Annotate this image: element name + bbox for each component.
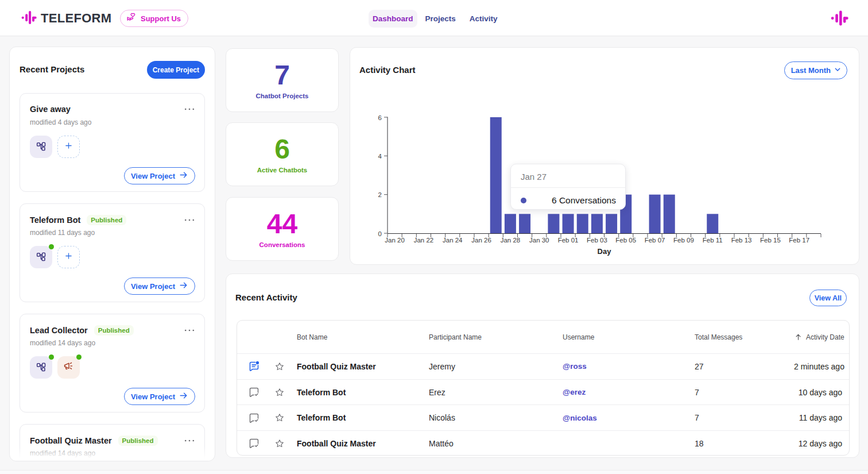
activity-chart-panel: Activity Chart Last Month 0246Jan 20Jan … (350, 47, 859, 265)
project-modified-date: modified 4 days ago (30, 118, 91, 126)
svg-text:Feb 15: Feb 15 (760, 237, 781, 244)
project-menu-ellipsis-icon[interactable] (184, 215, 195, 225)
column-header-username[interactable]: Username (563, 333, 695, 341)
chatbot-tile[interactable] (30, 246, 52, 268)
support-us-label: Support Us (141, 14, 181, 23)
cell-bot-name: Teleform Bot (297, 413, 429, 422)
cell-bot-name: Teleform Bot (297, 388, 429, 397)
top-navigation-bar: TELEFORM Support Us DashboardProjectsAct… (0, 0, 868, 36)
svg-text:6: 6 (378, 114, 382, 121)
brand-name: TELEFORM (41, 11, 111, 26)
support-us-button[interactable]: Support Us (120, 10, 188, 27)
cell-username[interactable]: @erez (563, 388, 695, 396)
project-modified-date: modified 11 days ago (30, 229, 95, 237)
view-all-button[interactable]: View All (809, 290, 847, 306)
activity-row[interactable]: Teleform BotNicolás@nicolas711 days ago (237, 404, 849, 430)
chatbot-tile[interactable] (57, 356, 80, 379)
scrollbar-track (0, 470, 868, 474)
view-project-label: View Project (131, 172, 175, 180)
brand[interactable]: TELEFORM (21, 8, 111, 29)
svg-text:Jan 24: Jan 24 (443, 237, 463, 244)
activity-bar-chart: 0246Jan 20Jan 22Jan 24Jan 26Jan 28Jan 30… (350, 48, 860, 265)
column-header-total-messages[interactable]: Total Messages (695, 333, 794, 341)
activity-row[interactable]: Teleform BotErez@erez710 days ago (237, 379, 849, 405)
project-chatbot-tiles (30, 356, 80, 379)
cell-activity-date: 12 days ago (794, 439, 849, 448)
stat-card-active-chatbots: 6Active Chatbots (226, 122, 339, 186)
project-card: Give awaymodified 4 days agoView Project (20, 93, 205, 192)
tooltip-series-marker (521, 198, 526, 203)
cell-username[interactable]: @ross (563, 362, 695, 371)
create-project-button[interactable]: Create Project (147, 61, 205, 79)
project-card: Football Quiz MasterPublishedmodified 14… (20, 424, 205, 461)
svg-text:Day: Day (598, 247, 612, 256)
project-card-header: Football Quiz MasterPublished (30, 436, 195, 446)
nav-item-activity[interactable]: Activity (470, 10, 498, 28)
main-nav: DashboardProjectsActivity (369, 9, 498, 28)
add-chatbot-button[interactable] (57, 136, 80, 158)
svg-text:0: 0 (378, 230, 382, 237)
activity-row[interactable]: Football Quiz MasterMattéo1812 days ago (237, 430, 849, 456)
cell-total-messages: 7 (695, 413, 794, 422)
nav-item-projects[interactable]: Projects (425, 10, 456, 28)
activity-table: Bot NameParticipant NameUsernameTotal Me… (237, 320, 850, 456)
favorite-star-icon[interactable] (270, 387, 297, 398)
read-message-icon (237, 437, 270, 449)
view-project-button[interactable]: View Project (124, 388, 195, 405)
project-menu-ellipsis-icon[interactable] (184, 105, 195, 114)
workflow-icon (35, 360, 47, 375)
stat-card-conversations: 44Conversations (226, 197, 339, 261)
stat-value: 6 (274, 135, 290, 164)
workflow-icon (35, 250, 47, 264)
arrow-right-icon (179, 170, 188, 182)
project-chatbot-tiles (30, 136, 80, 158)
add-chatbot-button[interactable] (57, 246, 80, 268)
tooltip-divider (511, 187, 625, 188)
nav-item-dashboard[interactable]: Dashboard (369, 10, 417, 28)
recent-activity-panel: Recent Activity View All Bot NamePartici… (226, 273, 859, 458)
published-badge: Published (94, 325, 134, 336)
project-modified-date: modified 14 days ago (30, 449, 95, 457)
column-header-bot-name[interactable]: Bot Name (297, 333, 429, 341)
stat-card-chatbot-projects: 7Chatbot Projects (226, 48, 339, 112)
cell-participant-name: Jeremy (429, 362, 563, 371)
svg-text:Feb 01: Feb 01 (558, 237, 579, 244)
favorite-star-icon[interactable] (270, 438, 297, 449)
activity-date-label: Activity Date (806, 333, 844, 341)
stat-label: Chatbot Projects (255, 93, 308, 99)
cell-username[interactable]: @nicolas (563, 414, 695, 422)
published-badge: Published (87, 215, 126, 225)
svg-text:Feb 05: Feb 05 (615, 237, 636, 244)
project-title: Give away (30, 105, 71, 114)
view-project-button[interactable]: View Project (124, 167, 195, 184)
svg-text:2: 2 (378, 191, 382, 198)
column-header-activity-date[interactable]: Activity Date (794, 333, 850, 341)
column-header-participant-name[interactable]: Participant Name (429, 333, 563, 341)
arrow-right-icon (179, 391, 188, 402)
project-menu-ellipsis-icon[interactable] (184, 436, 195, 445)
table-header-row: Bot NameParticipant NameUsernameTotal Me… (237, 321, 849, 353)
svg-text:Feb 03: Feb 03 (587, 237, 607, 244)
read-message-icon (237, 412, 270, 424)
plus-icon (64, 251, 73, 263)
chatbot-tile[interactable] (30, 136, 52, 158)
favorite-star-icon[interactable] (270, 413, 297, 423)
svg-text:Jan 30: Jan 30 (529, 237, 549, 244)
favorite-star-icon[interactable] (270, 361, 297, 372)
svg-text:4: 4 (378, 153, 382, 160)
project-chatbot-tiles (30, 246, 80, 268)
project-menu-ellipsis-icon[interactable] (184, 326, 195, 335)
stat-value: 7 (274, 61, 290, 90)
activity-row[interactable]: Football Quiz MasterJeremy@ross272 minut… (237, 353, 849, 379)
project-card-header: Give away (30, 105, 195, 114)
stat-label: Active Chatbots (257, 167, 308, 174)
project-card: Lead CollectorPublishedmodified 14 days … (20, 314, 205, 413)
active-status-dot (49, 244, 54, 249)
svg-text:Jan 20: Jan 20 (385, 237, 405, 244)
view-project-button[interactable]: View Project (124, 278, 195, 295)
cell-participant-name: Mattéo (429, 439, 563, 448)
active-status-dot (76, 354, 82, 360)
active-status-dot (49, 354, 54, 360)
chatbot-tile[interactable] (30, 356, 52, 379)
project-title: Teleform Bot (30, 215, 80, 225)
